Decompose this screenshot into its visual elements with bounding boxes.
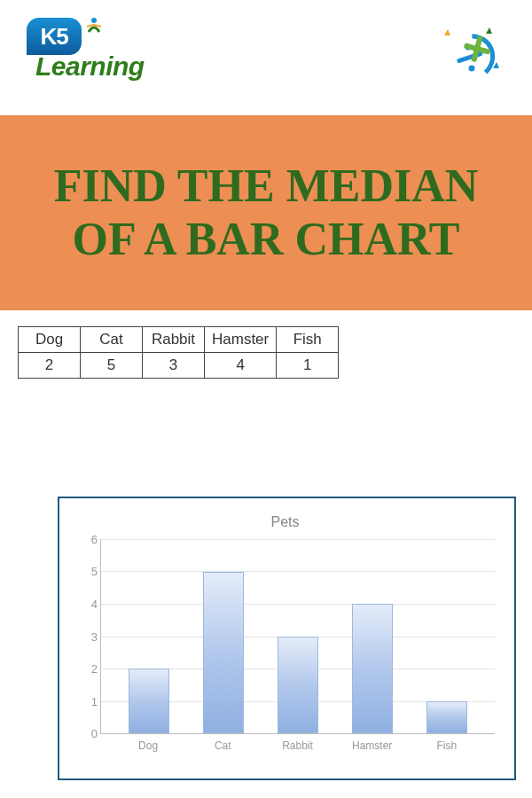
svg-rect-3: [457, 51, 483, 64]
table-header-cell: Hamster: [205, 326, 277, 352]
chart-y-tick: 6: [82, 533, 98, 546]
table-value-cell: 4: [205, 352, 277, 378]
data-table: Dog Cat Rabbit Hamster Fish 2 5 3 4 1: [18, 326, 339, 379]
chart-bar: [278, 637, 318, 734]
chart-bar: [203, 572, 244, 734]
table-value-cell: 3: [143, 352, 205, 378]
chart-x-label: Rabbit: [277, 739, 317, 752]
k5-badge: K5: [27, 18, 82, 55]
chart-x-axis: DogCatRabbitHamsterFish: [100, 734, 495, 752]
chart-y-tick: 5: [82, 565, 98, 578]
table-header-cell: Fish: [277, 326, 339, 352]
chart-y-tick: 0: [82, 727, 98, 740]
chart-plot-area: 0123456: [100, 539, 495, 734]
math-operations-icon: [434, 22, 505, 93]
chart-title: Pets: [75, 514, 495, 530]
table-header-cell: Rabbit: [143, 326, 205, 352]
chart-y-tick: 1: [82, 694, 98, 708]
chart-bar: [129, 669, 169, 733]
table-header-cell: Dog: [19, 326, 81, 352]
chart-y-tick: 2: [82, 661, 98, 675]
chart-x-label: Hamster: [352, 739, 393, 752]
chart-y-tick: 3: [82, 630, 98, 643]
table-value-cell: 2: [19, 352, 81, 378]
table-value-cell: 5: [81, 352, 143, 378]
chart-x-label: Dog: [128, 739, 168, 752]
table-value-row: 2 5 3 4 1: [19, 352, 339, 378]
chart-bars: [101, 539, 495, 733]
chart-bar: [426, 701, 467, 733]
chart-x-label: Fish: [426, 739, 467, 752]
table-header-cell: Cat: [81, 326, 143, 352]
k5-learning-logo: K5 Learning: [27, 18, 186, 98]
chart-y-tick: 4: [82, 597, 98, 610]
page-title: FIND THE MEDIAN OF A BAR CHART: [27, 160, 505, 266]
chart-bar: [352, 604, 393, 733]
learning-text: Learning: [35, 51, 145, 82]
header: K5 Learning: [0, 0, 532, 115]
svg-point-4: [469, 66, 475, 72]
person-icon: [83, 16, 105, 37]
table-value-cell: 1: [277, 352, 339, 378]
svg-point-0: [91, 18, 97, 23]
chart-x-label: Cat: [202, 739, 243, 752]
bar-chart: Pets 0123456 DogCatRabbitHamsterFish: [58, 497, 516, 780]
table-header-row: Dog Cat Rabbit Hamster Fish: [19, 326, 339, 352]
title-banner: FIND THE MEDIAN OF A BAR CHART: [0, 115, 532, 310]
